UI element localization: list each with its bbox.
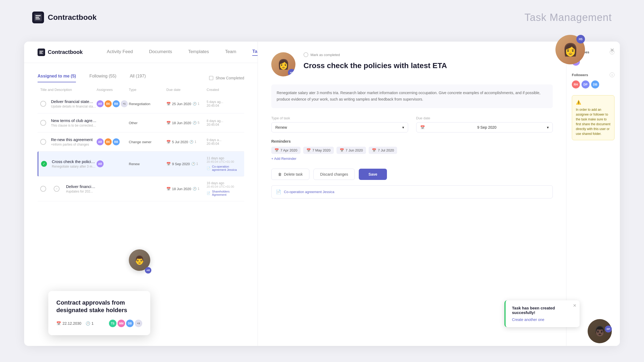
task-row[interactable]: Re-new this agreement +inform parties of… (38, 132, 244, 152)
delete-task-button[interactable]: 🗑 Delete task (271, 169, 309, 180)
created-time: 20:45:04 (207, 123, 241, 127)
linked-doc-text: Co-operation agreement Jessica (284, 190, 334, 194)
task-checkbox-done[interactable] (41, 161, 47, 167)
app-logo: Contractbook (32, 12, 97, 23)
chevron-down-icon: ▾ (547, 125, 549, 130)
task-title: Re-new this agreement (51, 137, 97, 142)
task-checkbox[interactable] (40, 120, 46, 126)
calendar-icon: 📅 (166, 162, 171, 166)
task-checkbox[interactable] (40, 101, 46, 107)
task-info: Cross check the policies with latest ETA… (52, 159, 97, 168)
task-type: Change owner (129, 140, 166, 144)
task-due: 📅 9 Sep 2020 🕐 1 (166, 162, 207, 166)
show-completed-label: Show Completed (215, 76, 244, 80)
task-created: 9 days a... 20:45:04 (207, 138, 241, 146)
show-completed-checkbox[interactable] (209, 76, 213, 80)
task-desc: #updates for 202... (66, 190, 97, 193)
task-checkbox[interactable] (40, 186, 46, 192)
save-button[interactable]: Save (359, 169, 387, 180)
floating-user-badge: AR (145, 267, 151, 274)
avatar-badge: HS (288, 69, 295, 76)
task-row-active[interactable]: Cross check the policies with latest ETA… (38, 152, 244, 176)
linked-doc[interactable]: 📄 Co-operation agreement Jessica (271, 185, 553, 198)
page-title: Task Management (525, 12, 612, 23)
detail-title-block: Mark as completed Cross check the polici… (303, 52, 553, 76)
follower-avatar: RH (572, 80, 580, 88)
task-type: Other (129, 121, 166, 125)
form-group-due: Due date 📅 9 Sep 2020 ▾ (416, 116, 553, 132)
avatar: AR (97, 100, 104, 107)
due-select[interactable]: 📅 9 Sep 2020 ▾ (416, 122, 553, 132)
clock-count: 1 (198, 102, 200, 106)
type-label: Type of task (271, 116, 408, 120)
calendar-icon: 📅 (166, 140, 171, 144)
floating-task-title: Contract approvals from designated stake… (56, 299, 142, 314)
clock-badge: 🕐 5 (193, 121, 200, 125)
mark-complete-button[interactable]: Mark as completed (303, 52, 553, 57)
task-due: 📅 18 Jun 2020 🕐 1 (166, 187, 207, 191)
reminder-pill: 📅 7 May 2020 (303, 147, 334, 154)
task-row[interactable]: − Deliver financial... #updates for 202.… (38, 176, 244, 201)
form-row-type-due: Type of task Renew ▾ Due date 📅 9 Sep 20… (271, 116, 553, 132)
due-date: 5 Jul 2020 (172, 140, 188, 144)
floating-footer: 📅 22.12.2030 🕐 1 TS MM DB +3 (56, 320, 142, 327)
discard-label: Discard changes (320, 172, 348, 176)
avatar: BK (105, 100, 112, 107)
task-checkbox[interactable] (40, 139, 46, 145)
calendar-icon: 📅 (166, 121, 171, 125)
linked-doc-mini: Shareholders Agreement (212, 190, 241, 196)
tooltip-box: ⚠️ In order to add an assignee or follow… (572, 95, 614, 140)
task-row[interactable]: New terms of club agreement This clause … (38, 113, 244, 132)
calendar-icon: 📅 (166, 102, 171, 106)
clock-icon: 🕐 (86, 321, 90, 326)
task-type: Renegotiation (129, 102, 166, 106)
clock-icon: 🕐 (189, 140, 193, 144)
col-header-created: Created (207, 88, 241, 92)
clock-count: 5 (198, 121, 200, 125)
nav-templates[interactable]: Templates (188, 49, 209, 56)
reminder-pill: 📅 7 Jun 2020 (336, 147, 366, 154)
mark-check-icon (303, 52, 308, 57)
toast-action-link[interactable]: Create another one (512, 317, 573, 322)
followers-header: Followers i (572, 72, 614, 77)
nav-activity-feed[interactable]: Activity Feed (107, 49, 133, 56)
follower-avatars: RH DP DB (572, 80, 614, 88)
floating-task-card: Contract approvals from designated stake… (48, 291, 150, 335)
detail-task-title: Cross check the policies with latest ETA (303, 61, 553, 71)
avatar: DB (126, 320, 134, 327)
nav-documents[interactable]: Documents (149, 49, 172, 56)
tab-assigned[interactable]: Assigned to me (5) (38, 74, 76, 82)
task-created: 8 days ag... 20:45:04 (207, 119, 241, 127)
reminder-date: 7 Jul 2020 (378, 148, 394, 152)
discard-button[interactable]: Discard changes (313, 169, 355, 180)
profile-badge: HS (576, 35, 585, 43)
nav-team[interactable]: Team (225, 49, 236, 56)
task-row[interactable]: Deliver financial statement Update detai… (38, 94, 244, 113)
toast-close-button[interactable]: ✕ (573, 303, 576, 308)
type-select[interactable]: Renew ▾ (271, 122, 408, 132)
task-due: 📅 25 Jun 2020 🕐 1 (166, 102, 207, 106)
collapse-button[interactable]: − (54, 186, 60, 192)
trash-icon: 🗑 (278, 172, 282, 176)
due-date: 25 Jun 2020 (172, 102, 191, 106)
action-row: 🗑 Delete task Discard changes Save (271, 169, 553, 180)
calendar-icon: 📅 (340, 148, 344, 152)
tab-following[interactable]: Following (55) (89, 74, 116, 82)
add-reminder-button[interactable]: + Add Reminder (271, 157, 553, 161)
toast-message: Task has been created succesfully! (512, 306, 573, 315)
save-label: Save (368, 172, 377, 176)
calendar-icon: 📅 (56, 321, 61, 326)
floating-clock: 🕐 1 (86, 321, 94, 326)
task-title: Deliver financial statement (51, 99, 97, 104)
task-title: Cross check the policies with latest ETA (52, 159, 97, 164)
calendar-icon: 📅 (420, 125, 425, 130)
reminder-date: 7 Apr 2020 (280, 148, 297, 152)
task-title: Deliver financial... (66, 184, 97, 189)
close-button[interactable]: ✕ (610, 47, 614, 53)
avatar: AR (97, 160, 104, 167)
tab-all[interactable]: All (197) (130, 74, 146, 82)
task-due: 📅 5 Jul 2020 🕐 1 (166, 140, 207, 144)
calendar-icon: 📅 (275, 148, 279, 152)
due-date: 18 Jun 2020 (172, 187, 191, 191)
clock-badge: 🕐 1 (189, 140, 196, 144)
